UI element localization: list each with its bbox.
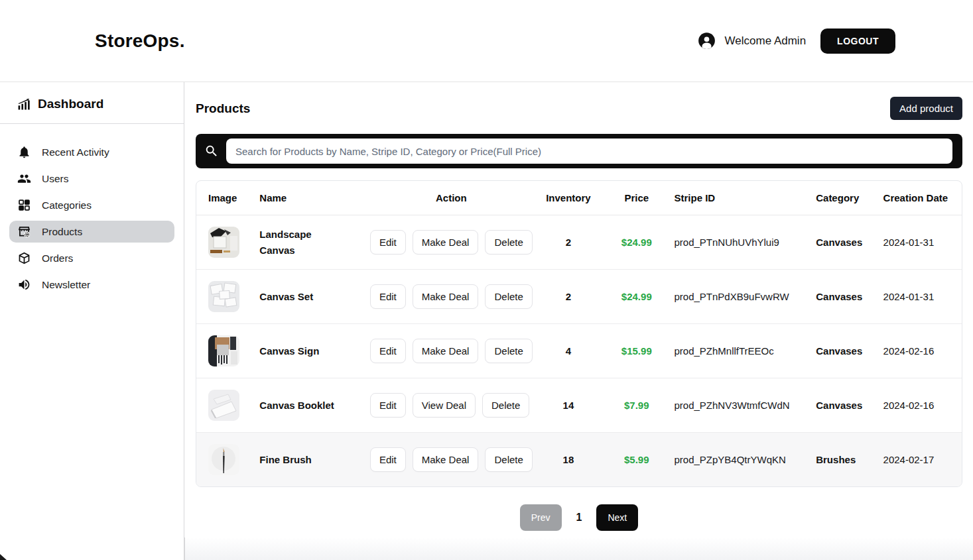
sidebar-edge-line <box>184 537 185 560</box>
package-box-icon <box>17 251 31 265</box>
landscape-canvas-thumbnail <box>208 227 239 258</box>
storefront-gear-icon <box>17 225 31 239</box>
creation-date: 2024-02-17 <box>883 433 962 487</box>
column-header-inventory: Inventory <box>538 181 604 215</box>
bar-chart-icon <box>17 97 31 111</box>
table-row: Canvas Booklet Edit View Deal Delete 14 … <box>196 378 962 433</box>
category-value: Canvases <box>816 215 883 270</box>
pagination: Prev 1 Next <box>185 504 973 531</box>
make-deal-button[interactable]: Make Deal <box>413 447 479 472</box>
inventory-value: 14 <box>538 378 604 433</box>
add-product-button[interactable]: Add product <box>890 97 962 120</box>
make-deal-button[interactable]: Make Deal <box>413 230 479 254</box>
sidebar-item-users[interactable]: Users <box>9 168 174 190</box>
creation-date: 2024-01-31 <box>883 215 962 270</box>
edit-button[interactable]: Edit <box>370 393 406 418</box>
delete-button[interactable]: Delete <box>482 393 529 418</box>
delete-button[interactable]: Delete <box>485 284 532 309</box>
edit-button[interactable]: Edit <box>370 447 406 472</box>
sidebar-item-label: Orders <box>42 252 73 264</box>
top-header: StoreOps. Welcome Admin LOGOUT <box>0 0 973 82</box>
speaker-icon <box>17 278 31 292</box>
delete-button[interactable]: Delete <box>485 339 532 363</box>
sidebar-item-products[interactable]: Products <box>9 221 174 243</box>
canvas-booklet-thumbnail <box>208 390 239 421</box>
sidebar-item-recent-activity[interactable]: Recent Activity <box>9 141 174 163</box>
sidebar: Dashboard Recent Activity Users Categori… <box>0 82 184 560</box>
stripe-id: prod_PZpYB4QtrYWqKN <box>674 433 816 487</box>
sidebar-item-label: Newsletter <box>42 279 90 291</box>
logout-button[interactable]: LOGOUT <box>820 28 895 54</box>
price-value: $7.99 <box>604 378 674 433</box>
search-bar <box>196 134 962 168</box>
table-row: Canvas Sign Edit Make Deal Delete 4 $15.… <box>196 324 962 378</box>
sidebar-title: Dashboard <box>38 97 103 111</box>
inventory-value: 2 <box>538 270 604 324</box>
column-header-name: Name <box>259 181 370 215</box>
category-value: Brushes <box>816 433 883 487</box>
products-table-card: Image Name Action Inventory Price Stripe… <box>196 180 962 487</box>
sidebar-item-label: Products <box>42 226 82 238</box>
category-value: Canvases <box>816 324 883 378</box>
sidebar-header: Dashboard <box>0 82 184 123</box>
make-deal-button[interactable]: Make Deal <box>413 284 479 309</box>
table-row: Fine Brush Edit Make Deal Delete 18 $5.9… <box>196 433 962 487</box>
current-page-number: 1 <box>576 512 582 524</box>
search-icon <box>204 144 219 158</box>
sidebar-item-newsletter[interactable]: Newsletter <box>9 274 174 296</box>
stripe-id: prod_PTnNUhUVhYlui9 <box>674 215 816 270</box>
column-header-creation-date: Creation Date <box>883 181 962 215</box>
product-name: Canvas Set <box>259 289 338 304</box>
price-value: $24.99 <box>604 215 674 270</box>
canvas-set-thumbnail <box>208 281 239 312</box>
sidebar-item-categories[interactable]: Categories <box>9 194 174 216</box>
stripe-id: prod_PZhMnllfTrEEOc <box>674 324 816 378</box>
product-name: Canvas Booklet <box>259 398 338 413</box>
creation-date: 2024-01-31 <box>883 270 962 324</box>
creation-date: 2024-02-16 <box>883 324 962 378</box>
inventory-value: 18 <box>538 433 604 487</box>
make-deal-button[interactable]: Make Deal <box>413 339 479 363</box>
column-header-image: Image <box>196 181 259 215</box>
column-header-price: Price <box>604 181 674 215</box>
sidebar-item-orders[interactable]: Orders <box>9 247 174 269</box>
table-row: Canvas Set Edit Make Deal Delete 2 $24.9… <box>196 270 962 324</box>
welcome-text: Welcome Admin <box>725 34 807 48</box>
product-name: Fine Brush <box>259 452 338 467</box>
sidebar-item-label: Categories <box>42 199 92 211</box>
search-input[interactable] <box>226 139 952 164</box>
price-value: $15.99 <box>604 324 674 378</box>
view-deal-button[interactable]: View Deal <box>413 393 476 418</box>
edit-button[interactable]: Edit <box>370 284 406 309</box>
category-value: Canvases <box>816 378 883 433</box>
brand-logo: StoreOps. <box>95 30 185 52</box>
column-header-action: Action <box>370 181 538 215</box>
sidebar-item-label: Users <box>42 173 68 185</box>
user-avatar-icon <box>698 32 716 50</box>
stripe-id: prod_PTnPdXB9uFvwRW <box>674 270 816 324</box>
delete-button[interactable]: Delete <box>485 230 532 254</box>
page-title: Products <box>196 101 250 116</box>
fine-brush-thumbnail <box>208 444 239 475</box>
edit-button[interactable]: Edit <box>370 230 406 254</box>
product-name: Landscape Canvas <box>259 227 338 258</box>
delete-button[interactable]: Delete <box>485 447 532 472</box>
header-user-area: Welcome Admin LOGOUT <box>698 28 895 54</box>
sidebar-item-label: Recent Activity <box>42 146 109 158</box>
bell-icon <box>17 145 31 159</box>
canvas-sign-thumbnail <box>208 335 239 366</box>
main-content: Products Add product Image Name Action I… <box>185 82 973 560</box>
table-header-row: Image Name Action Inventory Price Stripe… <box>196 181 962 215</box>
stripe-id: prod_PZhNV3WtmfCWdN <box>674 378 816 433</box>
inventory-value: 4 <box>538 324 604 378</box>
product-name: Canvas Sign <box>259 343 338 359</box>
products-table: Image Name Action Inventory Price Stripe… <box>196 181 962 486</box>
creation-date: 2024-02-16 <box>883 378 962 433</box>
categories-grid-icon <box>17 198 31 212</box>
edit-button[interactable]: Edit <box>370 339 406 363</box>
price-value: $24.99 <box>604 270 674 324</box>
next-page-button[interactable]: Next <box>596 504 638 531</box>
prev-page-button[interactable]: Prev <box>520 504 562 531</box>
table-row: Landscape Canvas Edit Make Deal Delete 2… <box>196 215 962 270</box>
column-header-category: Category <box>816 181 883 215</box>
